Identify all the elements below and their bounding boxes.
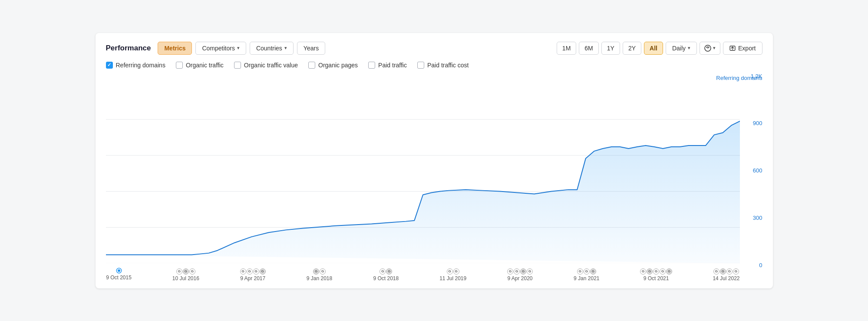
tab-competitors[interactable]: Competitors ▾ bbox=[195, 42, 246, 55]
timeline-dot bbox=[117, 268, 121, 273]
x-label-jan2021: G G G 9 Jan 2021 bbox=[574, 268, 600, 281]
checkbox-organic-traffic-value[interactable] bbox=[234, 62, 241, 69]
metric-paid-traffic-cost[interactable]: Paid traffic cost bbox=[417, 62, 469, 69]
metric-referring-domains[interactable]: Referring domains bbox=[106, 62, 165, 69]
g-icon: G bbox=[453, 268, 459, 275]
right-controls: 1M 6M 1Y 2Y All Daily ▾ ▾ Exp bbox=[557, 42, 762, 55]
x-label-jul2016: G G G 10 Jul 2016 bbox=[172, 268, 199, 281]
g-icon: G bbox=[507, 268, 513, 275]
x-label-jan2018: G G 9 Jan 2018 bbox=[307, 268, 333, 281]
g-icon: G bbox=[447, 268, 453, 275]
g-icon: G bbox=[653, 268, 659, 275]
g-icon: G bbox=[640, 268, 646, 275]
comment-icon bbox=[704, 45, 711, 52]
y-label-600: 600 bbox=[753, 167, 762, 174]
x-label-oct2015: 9 Oct 2015 bbox=[106, 268, 132, 281]
time-6m[interactable]: 6M bbox=[579, 42, 598, 55]
x-axis: 9 Oct 2015 G G G 10 Jul 2016 G G G G bbox=[106, 268, 740, 281]
g-icon: G bbox=[183, 268, 189, 275]
y-label-300: 300 bbox=[753, 215, 762, 221]
checkbox-referring-domains[interactable] bbox=[106, 62, 113, 69]
chart-container: Referring domains 1.2K 900 600 300 0 bbox=[106, 73, 762, 281]
time-1y[interactable]: 1Y bbox=[601, 42, 620, 55]
export-button[interactable]: Export bbox=[723, 42, 762, 55]
g-icon: G bbox=[386, 268, 392, 275]
g-icon: G bbox=[240, 268, 246, 275]
x-label-jul2022: G G G G 14 Jul 2022 bbox=[713, 268, 739, 281]
g-icon: G bbox=[189, 268, 195, 275]
performance-card: Performance Metrics Competitors ▾ Countr… bbox=[96, 33, 773, 288]
g-icon: G bbox=[713, 268, 719, 275]
g-icon: G bbox=[380, 268, 386, 275]
left-controls: Performance Metrics Competitors ▾ Countr… bbox=[106, 42, 326, 55]
time-all[interactable]: All bbox=[644, 42, 663, 55]
x-label-oct2021: G G G G G 9 Oct 2021 bbox=[640, 268, 672, 281]
checkbox-organic-pages[interactable] bbox=[308, 62, 315, 69]
g-icon: G bbox=[527, 268, 533, 275]
checkbox-paid-traffic[interactable] bbox=[368, 62, 375, 69]
g-icon: G bbox=[584, 268, 590, 275]
g-icon: G bbox=[520, 268, 526, 275]
g-icon: G bbox=[247, 268, 253, 275]
g-icon: G bbox=[590, 268, 596, 275]
tab-years[interactable]: Years bbox=[297, 42, 325, 55]
g-icon: G bbox=[260, 268, 266, 275]
metrics-row: Referring domains Organic traffic Organi… bbox=[106, 62, 762, 69]
metric-organic-traffic[interactable]: Organic traffic bbox=[176, 62, 224, 69]
chevron-down-icon: ▾ bbox=[688, 45, 690, 51]
g-icon: G bbox=[320, 268, 326, 275]
x-label-apr2020: G G G G 9 Apr 2020 bbox=[507, 268, 533, 281]
g-icon: G bbox=[253, 268, 259, 275]
g-icon: G bbox=[313, 268, 319, 275]
checkbox-paid-traffic-cost[interactable] bbox=[417, 62, 424, 69]
g-icon: G bbox=[647, 268, 653, 275]
y-label-900: 900 bbox=[753, 120, 762, 126]
time-1m[interactable]: 1M bbox=[557, 42, 576, 55]
g-icon: G bbox=[733, 268, 739, 275]
comment-button[interactable]: ▾ bbox=[700, 42, 720, 55]
chevron-down-icon: ▾ bbox=[284, 45, 287, 51]
metric-organic-traffic-value[interactable]: Organic traffic value bbox=[234, 62, 298, 69]
y-label-1200: 1.2K bbox=[751, 73, 762, 79]
g-icon: G bbox=[176, 268, 182, 275]
g-icon: G bbox=[726, 268, 733, 275]
x-label-apr2017: G G G G 9 Apr 2017 bbox=[240, 268, 266, 281]
chevron-down-icon: ▾ bbox=[713, 45, 716, 51]
y-axis: 1.2K 900 600 300 0 bbox=[742, 73, 762, 268]
granularity-button[interactable]: Daily ▾ bbox=[666, 42, 697, 55]
chevron-down-icon: ▾ bbox=[237, 45, 240, 51]
y-label-0: 0 bbox=[759, 262, 762, 268]
header-row: Performance Metrics Competitors ▾ Countr… bbox=[106, 42, 762, 55]
tab-metrics[interactable]: Metrics bbox=[158, 42, 192, 55]
page-title: Performance bbox=[106, 44, 151, 53]
g-icon: G bbox=[666, 268, 672, 275]
metric-organic-pages[interactable]: Organic pages bbox=[308, 62, 358, 69]
chart-svg bbox=[106, 83, 740, 263]
x-label-oct2018: G G 9 Oct 2018 bbox=[373, 268, 399, 281]
time-2y[interactable]: 2Y bbox=[623, 42, 641, 55]
tab-countries[interactable]: Countries ▾ bbox=[250, 42, 294, 55]
checkbox-organic-traffic[interactable] bbox=[176, 62, 183, 69]
g-icon: G bbox=[660, 268, 666, 275]
g-icon: G bbox=[577, 268, 583, 275]
metric-paid-traffic[interactable]: Paid traffic bbox=[368, 62, 407, 69]
g-icon: G bbox=[514, 268, 520, 275]
x-label-jul2019: G G 11 Jul 2019 bbox=[439, 268, 466, 281]
export-icon bbox=[729, 45, 736, 51]
g-icon: G bbox=[720, 268, 726, 275]
